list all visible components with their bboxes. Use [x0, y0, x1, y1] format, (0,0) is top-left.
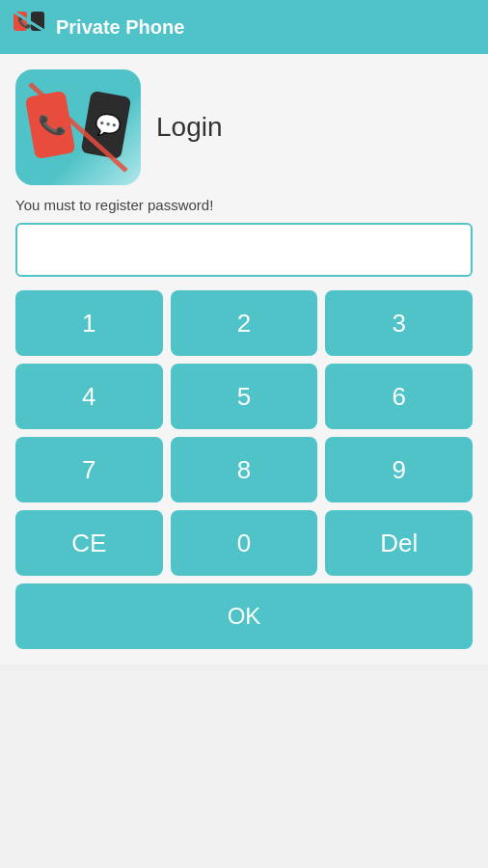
numpad-btn-7[interactable]: 7: [15, 437, 163, 502]
numpad-btn-8[interactable]: 8: [171, 437, 318, 502]
login-title-wrapper: Login: [156, 112, 223, 143]
numpad-btn-0[interactable]: 0: [171, 510, 318, 576]
numpad-btn-3[interactable]: 3: [325, 290, 473, 356]
numpad-btn-5[interactable]: 5: [171, 364, 318, 429]
logo-inner: 📞 💬: [25, 79, 131, 176]
app-icon: 📞: [12, 10, 46, 44]
numpad-btn-2[interactable]: 2: [171, 290, 318, 356]
password-input[interactable]: [15, 223, 473, 277]
numpad: 123456789CE0Del: [15, 290, 473, 576]
numpad-btn-9[interactable]: 9: [325, 437, 473, 502]
app-bar: 📞 Private Phone: [0, 0, 488, 54]
subtitle-text: You must to register password!: [15, 197, 473, 213]
app-title: Private Phone: [56, 16, 184, 39]
header-section: 📞 💬 Login: [15, 69, 473, 185]
numpad-btn-6[interactable]: 6: [325, 364, 473, 429]
logo-box: 📞 💬: [15, 69, 141, 185]
login-title: Login: [156, 112, 223, 142]
numpad-btn-4[interactable]: 4: [15, 364, 163, 429]
numpad-btn-1[interactable]: 1: [15, 290, 163, 356]
numpad-btn-del[interactable]: Del: [325, 510, 473, 576]
ok-button[interactable]: OK: [15, 583, 473, 649]
numpad-btn-ce[interactable]: CE: [15, 510, 163, 576]
content-area: 📞 💬 Login You must to register password!…: [0, 54, 488, 665]
